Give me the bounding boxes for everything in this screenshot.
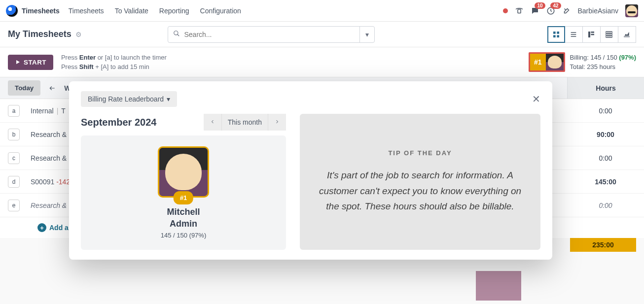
- row-hours: 145:00: [567, 178, 644, 186]
- month-title: September 2024: [81, 117, 156, 128]
- tools-icon[interactable]: [562, 6, 571, 15]
- search-input[interactable]: [184, 31, 355, 38]
- prev-arrow[interactable]: [44, 77, 60, 99]
- close-icon[interactable]: ✕: [532, 93, 540, 105]
- svg-rect-4: [557, 32, 559, 34]
- rank-number: #1: [530, 54, 546, 70]
- view-grid2[interactable]: [583, 26, 601, 43]
- leader-stats: 145 / 150 (97%): [161, 232, 207, 239]
- svg-rect-6: [557, 35, 559, 37]
- subheader: My Timesheets ⚙ ▾: [0, 22, 644, 47]
- row-hours: 0:00: [567, 154, 644, 162]
- start-button[interactable]: START: [8, 55, 53, 70]
- nav-configuration[interactable]: Configuration: [200, 7, 241, 15]
- phone-icon[interactable]: [515, 6, 524, 15]
- svg-rect-10: [606, 32, 612, 37]
- row-hours: 0:00: [567, 107, 644, 115]
- column-highlight: [476, 271, 521, 301]
- search-options-toggle[interactable]: ▾: [359, 27, 374, 42]
- action-bar: START Press Enter or [a] to launch the t…: [0, 47, 644, 77]
- row-hours: 0:00: [567, 202, 644, 209]
- svg-rect-3: [553, 32, 556, 34]
- plus-icon: +: [37, 223, 46, 232]
- view-kanban[interactable]: [547, 26, 565, 43]
- clock-badge: 42: [550, 2, 561, 9]
- top-nav: Timesheets Timesheets To Validate Report…: [0, 0, 644, 22]
- page-title: My Timesheets: [8, 29, 72, 39]
- leader-card: #1 Mitchell Admin 145 / 150 (97%): [81, 135, 286, 250]
- row-key[interactable]: a: [8, 105, 20, 117]
- leaderboard-dropdown[interactable]: Billing Rate Leaderboard ▾: [81, 91, 177, 107]
- user-name[interactable]: BarbieAsianv: [578, 7, 619, 15]
- month-nav: This month: [204, 114, 286, 131]
- avatar[interactable]: [625, 4, 638, 17]
- tip-heading: TIP OF THE DAY: [388, 149, 452, 157]
- view-graph[interactable]: [618, 26, 636, 43]
- today-button[interactable]: Today: [8, 80, 40, 96]
- row-key[interactable]: c: [8, 152, 20, 164]
- search-icon: [173, 30, 180, 38]
- nav-reporting[interactable]: Reporting: [159, 7, 189, 15]
- row-key[interactable]: b: [8, 129, 20, 140]
- leaderboard-panel: September 2024 This month #1: [81, 114, 286, 250]
- row-key[interactable]: e: [8, 200, 20, 211]
- leader-avatar: [158, 146, 209, 198]
- total-label: Total: 235 hours: [570, 62, 636, 72]
- svg-rect-8: [591, 32, 595, 33]
- billing-summary: #1 Billing: 145 / 150 (97%) Total: 235 h…: [529, 52, 636, 72]
- row-hours: 90:00: [567, 131, 644, 138]
- svg-rect-0: [518, 9, 521, 13]
- view-list[interactable]: [565, 26, 583, 43]
- row-key[interactable]: d: [8, 176, 20, 188]
- chat-badge: 10: [535, 2, 545, 9]
- leader-rank-badge: #1: [174, 191, 193, 204]
- tip-body: It's part of the job to search for infor…: [318, 168, 523, 214]
- leader-name-1: Mitchell: [167, 206, 200, 218]
- next-month-button[interactable]: [268, 114, 286, 131]
- leaderboard-modal: Billing Rate Leaderboard ▾ ✕ September 2…: [69, 81, 552, 260]
- search-bar: ▾: [168, 26, 375, 43]
- timer-hints: Press Enter or [a] to launch the timer P…: [61, 53, 167, 72]
- messages-button[interactable]: 10: [531, 6, 539, 15]
- rank-badge[interactable]: #1: [529, 52, 565, 72]
- gear-icon[interactable]: ⚙: [75, 31, 82, 38]
- view-pivot[interactable]: [601, 26, 618, 43]
- nav-timesheets[interactable]: Timesheets: [69, 7, 104, 15]
- leader-name-2: Admin: [167, 218, 200, 230]
- hours-header: Hours: [567, 77, 644, 99]
- record-indicator: [503, 8, 508, 13]
- totals-end: 235:00: [570, 238, 636, 252]
- activities-button[interactable]: 42: [546, 6, 555, 15]
- chevron-down-icon: ▾: [167, 95, 170, 103]
- nav-tovalidate[interactable]: To Validate: [115, 7, 148, 15]
- tip-panel: TIP OF THE DAY It's part of the job to s…: [300, 114, 540, 250]
- svg-point-2: [174, 31, 178, 35]
- svg-rect-7: [588, 32, 590, 37]
- billing-label: Billing: 145 / 150: [570, 54, 619, 61]
- billing-pct: (97%): [619, 54, 636, 61]
- rank-avatar: [546, 54, 564, 70]
- svg-rect-5: [553, 35, 556, 37]
- start-button-label: START: [24, 59, 46, 66]
- app-title: Timesheets: [22, 7, 60, 15]
- view-switcher: [547, 26, 636, 43]
- prev-month-button[interactable]: [204, 114, 221, 131]
- this-month-button[interactable]: This month: [221, 114, 268, 131]
- app-logo: [6, 5, 18, 17]
- svg-rect-9: [591, 34, 595, 35]
